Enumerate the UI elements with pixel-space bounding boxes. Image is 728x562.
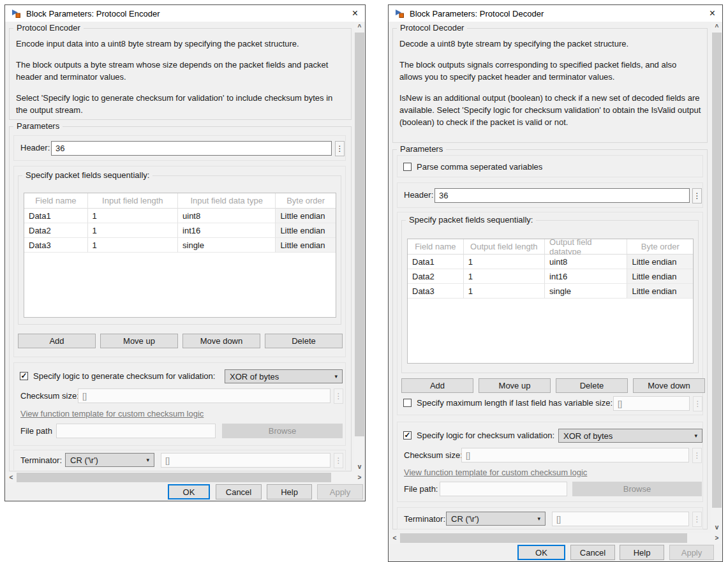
vertical-dots-icon: ⋮: [694, 192, 701, 200]
scroll-left-icon[interactable]: <: [389, 533, 400, 544]
encoder-parameters-panel: Parameters Header: 36 ⋮ Specify packet f…: [9, 126, 352, 471]
scrollbar-thumb[interactable]: [355, 33, 364, 436]
header-param-box: Header: 36 ⋮: [13, 135, 346, 161]
decoder-parameters-panel: Parameters Parse comma seperated variabl…: [392, 149, 708, 529]
table-row: Data1 1 uint8 Little endian: [24, 209, 336, 223]
field-datatype-cell[interactable]: int16: [178, 223, 276, 238]
terminator-label: Terminator:: [20, 455, 62, 465]
header-input[interactable]: 36: [51, 141, 332, 156]
add-button[interactable]: Add: [18, 334, 96, 348]
checksum-checkbox[interactable]: ✓: [20, 372, 28, 380]
field-datatype-cell[interactable]: single: [545, 284, 627, 299]
field-length-cell[interactable]: 1: [88, 223, 178, 238]
vertical-dots-icon: ⋮: [694, 452, 701, 459]
move-up-button[interactable]: Move up: [479, 378, 551, 393]
scrollbar-thumb[interactable]: [400, 533, 687, 543]
vertical-dots-icon: ⋮: [335, 392, 343, 400]
field-name-cell[interactable]: Data2: [408, 269, 464, 284]
ok-button[interactable]: OK: [168, 484, 210, 499]
field-length-cell[interactable]: 1: [88, 238, 178, 253]
field-name-cell[interactable]: Data3: [408, 284, 464, 299]
close-icon[interactable]: ×: [708, 8, 717, 18]
byte-order-cell[interactable]: Little endian: [627, 284, 693, 299]
max-length-label: Specify maximum length if last field has…: [417, 398, 613, 408]
help-button[interactable]: Help: [620, 545, 664, 560]
dropdown-value: CR ('\r'): [70, 455, 98, 465]
checksum-checkbox[interactable]: ✓: [403, 431, 412, 440]
max-length-menu-button: ⋮: [693, 396, 702, 411]
vertical-scrollbar[interactable]: ^ v: [354, 22, 365, 472]
field-name-cell[interactable]: Data3: [24, 238, 88, 253]
column-header: Byte order: [627, 239, 693, 255]
scrollbar-thumb[interactable]: [17, 473, 331, 482]
checksum-logic-dropdown[interactable]: XOR of bytes ▾: [225, 369, 343, 383]
move-up-button[interactable]: Move up: [100, 334, 178, 348]
cancel-button[interactable]: Cancel: [216, 484, 262, 499]
scroll-right-icon[interactable]: >: [711, 533, 722, 544]
byte-order-cell[interactable]: Little endian: [276, 238, 336, 253]
vertical-scrollbar[interactable]: ^ v: [711, 22, 722, 533]
horizontal-scrollbar[interactable]: < >: [389, 533, 722, 544]
header-param-box: Header: 36 ⋮: [397, 182, 703, 208]
header-menu-button[interactable]: ⋮: [335, 141, 345, 156]
scroll-left-icon[interactable]: <: [6, 472, 17, 483]
byte-order-cell[interactable]: Little endian: [276, 223, 336, 238]
field-length-cell[interactable]: 1: [464, 284, 545, 299]
field-name-cell[interactable]: Data2: [24, 223, 88, 238]
delete-button[interactable]: Delete: [265, 334, 343, 348]
window-title: Block Parameters: Protocol Decoder: [410, 9, 544, 18]
add-button[interactable]: Add: [401, 378, 473, 393]
header-menu-button[interactable]: ⋮: [692, 188, 702, 203]
encoder-titlebar: Block Parameters: Protocol Encoder ×: [5, 5, 365, 22]
terminator-dropdown[interactable]: CR ('\r') ▾: [446, 512, 546, 526]
view-template-link[interactable]: View function template for custom checks…: [20, 409, 204, 418]
scrollbar-thumb[interactable]: [712, 33, 722, 508]
terminator-dropdown[interactable]: CR ('\r') ▾: [65, 453, 154, 467]
vertical-dots-icon: ⋮: [694, 515, 701, 523]
ok-button[interactable]: OK: [517, 545, 565, 560]
header-input[interactable]: 36: [435, 188, 690, 203]
checksum-logic-dropdown[interactable]: XOR of bytes ▾: [558, 429, 702, 443]
byte-order-cell[interactable]: Little endian: [627, 269, 693, 284]
field-datatype-cell[interactable]: single: [178, 238, 276, 253]
field-name-cell[interactable]: Data1: [24, 209, 88, 223]
help-button[interactable]: Help: [267, 484, 312, 499]
field-length-cell[interactable]: 1: [464, 269, 545, 284]
byte-order-cell[interactable]: Little endian: [276, 209, 336, 223]
decoder-titlebar: Block Parameters: Protocol Decoder ×: [389, 5, 722, 22]
checksum-size-value: []: [466, 450, 470, 460]
field-length-cell[interactable]: 1: [88, 209, 178, 223]
byte-order-cell[interactable]: Little endian: [627, 255, 693, 269]
field-datatype-cell[interactable]: int16: [545, 269, 627, 284]
move-down-button[interactable]: Move down: [633, 378, 705, 393]
scroll-down-icon[interactable]: v: [711, 522, 722, 533]
field-length-cell[interactable]: 1: [464, 255, 545, 269]
column-header: Field name: [408, 239, 464, 255]
terminator-value-input: []: [161, 453, 331, 468]
checksum-checkbox-label: Specify logic for checksum validation:: [417, 431, 554, 440]
horizontal-scrollbar[interactable]: < >: [6, 472, 365, 483]
delete-button[interactable]: Delete: [556, 378, 628, 393]
parse-csv-checkbox[interactable]: [403, 163, 412, 171]
check-icon: ✓: [404, 431, 410, 439]
view-template-link[interactable]: View function template for custom checks…: [404, 468, 587, 477]
move-down-button[interactable]: Move down: [182, 334, 260, 348]
cancel-button[interactable]: Cancel: [570, 545, 615, 560]
close-icon[interactable]: ×: [351, 8, 359, 18]
field-datatype-cell[interactable]: uint8: [178, 209, 276, 223]
field-datatype-cell[interactable]: uint8: [545, 255, 627, 269]
fields-group: Specify packet fields sequentially: Fiel…: [401, 220, 699, 373]
scroll-down-icon[interactable]: v: [354, 461, 365, 472]
terminator-value: []: [556, 514, 561, 524]
checksum-size-menu-button: ⋮: [692, 448, 702, 463]
panel-legend: Parameters: [397, 144, 446, 154]
field-name-cell[interactable]: Data1: [408, 255, 464, 269]
fields-param-box: Specify packet fields sequentially: Fiel…: [13, 166, 346, 357]
scroll-up-icon[interactable]: ^: [354, 22, 365, 33]
scroll-up-icon[interactable]: ^: [711, 22, 722, 33]
max-length-checkbox[interactable]: [403, 399, 412, 407]
scroll-right-icon[interactable]: >: [354, 472, 365, 483]
parse-param-box: Parse comma seperated variables: [397, 155, 703, 177]
fields-param-box: Specify packet fields sequentially: Fiel…: [397, 212, 703, 415]
max-length-value: []: [618, 399, 622, 408]
